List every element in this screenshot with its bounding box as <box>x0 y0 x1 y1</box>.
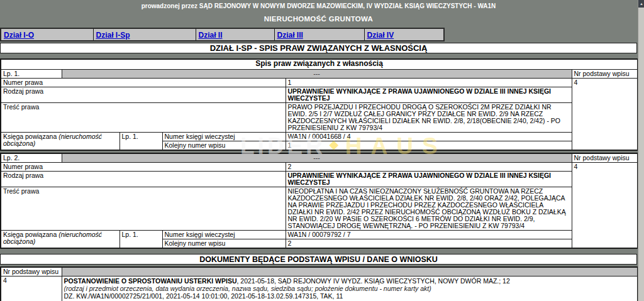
nr-podstawy-header: Nr podstawy wpisu <box>572 69 638 78</box>
numer-kw-label: Numer księgi wieczystej <box>162 132 286 141</box>
rodzaj-prawa-value: UPRAWNIENIE WYNIKAJĄCE Z PRAWA UJAWNIONE… <box>286 87 572 102</box>
documents-section-title: DOKUMENTY BĘDĄCE PODSTAWĄ WPISU / DANE O… <box>0 254 637 265</box>
kolejny-numer-label: Kolejny numer wpisu <box>162 239 286 248</box>
tresc-prawa-value: PRAWO PRZEJAZDU I PRZECHODU DROGĄ O SZER… <box>286 102 572 132</box>
nr-podstawy-value: 4 <box>572 162 638 248</box>
separator-cell: --- <box>62 153 572 163</box>
tresc-prawa-label: Treść prawa <box>1 102 286 132</box>
ksiega-powiazana-label: Księga powiązana (nieruchomość obciążona… <box>1 230 119 248</box>
nr-podstawy-value: 4 <box>572 78 638 150</box>
documents-header-spacer <box>62 267 638 276</box>
numer-prawa-label: Numer prawa <box>1 162 286 171</box>
page-content: prowadzonej przez SĄD REJONOWY W NOWYM D… <box>0 0 637 301</box>
lp-label: Lp. 2. <box>1 153 62 163</box>
document-details: , 2021-05-18, SĄD REJONOWY IV WYDZ. KSIĄ… <box>236 277 509 285</box>
ksiega-lp-label: Lp. 1. <box>119 132 162 150</box>
tresc-prawa-value: NIEODPŁATNA I NA CZAS NIEOZNACZONY SŁUŻE… <box>286 187 572 230</box>
nav-cell: Dział III <box>274 28 364 41</box>
table-caption: Spis praw związanych z własnością <box>1 59 638 69</box>
spis-praw-table-1: Spis praw związanych z własnością Lp. 1.… <box>0 58 638 151</box>
nav-tab-dzial-i-o[interactable]: Dział I-O <box>4 31 34 40</box>
ksiega-powiazana-label: Księga powiązana (nieruchomość obciążona… <box>1 132 119 150</box>
kolejny-numer-value: 1 <box>286 141 572 150</box>
tresc-prawa-label: Treść prawa <box>1 187 286 230</box>
documents-table: Nr podstawy wpisu 4 POSTANOWIENIE O SPRO… <box>0 266 638 301</box>
nr-podstawy-header: Nr podstawy wpisu <box>572 153 638 163</box>
kolejny-numer-value: 2 <box>286 239 572 248</box>
court-header: prowadzonej przez SĄD REJONOWY W NOWYM D… <box>0 0 637 9</box>
ksiega-lp-label: Lp. 1. <box>119 230 162 248</box>
numer-prawa-value: 1 <box>286 78 572 87</box>
nav-tab-dzial-iii[interactable]: Dział III <box>277 31 303 40</box>
nr-podstawy-header: Nr podstawy wpisu <box>1 267 62 276</box>
nav-cell: Dział IV <box>364 28 444 41</box>
document-line-1: POSTANOWIENIE O SPROSTOWANIU USTERKI WPI… <box>64 277 636 285</box>
separator-cell: --- <box>62 69 572 78</box>
document-entry-content: POSTANOWIENIE O SPROSTOWANIU USTERKI WPI… <box>62 276 638 301</box>
section-nav: Dział I-O Dział I-Sp Dział II Dział III … <box>0 28 445 41</box>
numer-kw-label: Numer księgi wieczystej <box>162 230 286 239</box>
rodzaj-prawa-value: UPRAWNIENIE WYNIKAJĄCE Z PRAWA UJAWNIONE… <box>286 171 572 187</box>
nav-cell: Dział I-Sp <box>93 28 196 41</box>
numer-kw-value: WA1N / 00079792 / 7 <box>286 230 572 239</box>
document-line-2: (rodzaj i przedmiot orzeczenia, data wyd… <box>64 285 636 292</box>
nav-tab-dzial-i-sp[interactable]: Dział I-Sp <box>96 31 130 40</box>
kolejny-numer-label: Kolejny numer wpisu <box>162 141 286 150</box>
document-entry-nr: 4 <box>1 276 62 301</box>
nav-cell: Dział II <box>196 28 274 41</box>
spis-praw-table-2: Lp. 2. --- Nr podstawy wpisu Numer prawa… <box>0 153 638 249</box>
document-line-3: DZ. KW./WA1N/00002725/21/001, 2021-05-14… <box>64 292 636 300</box>
rodzaj-prawa-label: Rodzaj prawa <box>1 171 286 187</box>
rodzaj-prawa-label: Rodzaj prawa <box>1 87 286 102</box>
section-title: DZIAŁ I-SP - SPIS PRAW ZWIĄZANYCH Z WŁAS… <box>0 43 637 53</box>
nav-tab-dzial-ii[interactable]: Dział II <box>199 31 223 40</box>
document-type: POSTANOWIENIE O SPROSTOWANIU USTERKI WPI… <box>64 277 237 285</box>
nav-tab-dzial-iv[interactable]: Dział IV <box>367 31 394 40</box>
vertical-scrollbar[interactable]: ▲ <box>638 0 644 301</box>
numer-prawa-value: 2 <box>286 162 572 171</box>
property-type-header: NIERUCHOMOŚĆ GRUNTOWA <box>0 15 637 23</box>
numer-prawa-label: Numer prawa <box>1 78 286 87</box>
nav-cell: Dział I-O <box>1 28 93 41</box>
numer-kw-value: WA1N / 00041668 / 4 <box>286 132 572 141</box>
scroll-up-icon[interactable]: ▲ <box>638 0 644 8</box>
lp-label: Lp. 1. <box>1 69 62 78</box>
